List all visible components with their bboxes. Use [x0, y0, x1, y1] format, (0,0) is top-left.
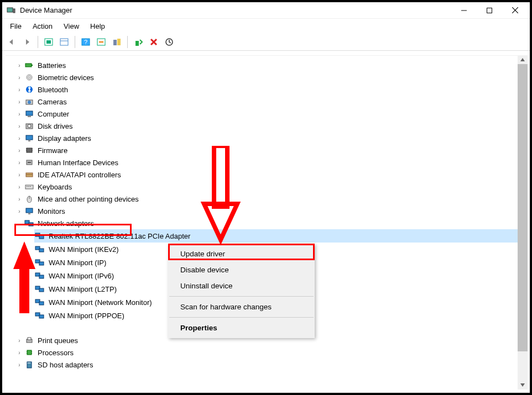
update-driver-button[interactable] — [131, 35, 145, 49]
svg-rect-68 — [27, 353, 27, 354]
monitor-icon — [24, 206, 34, 216]
tree-node-firmware[interactable]: ›Firmware — [15, 144, 526, 156]
expander-icon[interactable]: › — [15, 135, 23, 141]
tree-node-label: Human Interface Devices — [38, 159, 118, 167]
disk-icon — [24, 121, 34, 131]
help-button[interactable]: ? — [79, 35, 93, 49]
minimize-button[interactable] — [451, 2, 477, 19]
expander-icon[interactable]: › — [15, 362, 23, 368]
tree-node-disk-drives[interactable]: ›Disk drives — [15, 120, 526, 132]
close-button[interactable] — [502, 2, 528, 19]
tree-child-label: WAN Miniport (PPPOE) — [49, 312, 124, 320]
context-menu-item-scan-for-hardware-changes[interactable]: Scan for hardware changes — [168, 299, 315, 315]
expander-icon[interactable]: › — [15, 160, 23, 166]
titlebar: Device Manager — [2, 2, 530, 19]
context-menu: Update driverDisable deviceUninstall dev… — [168, 244, 315, 338]
svg-rect-59 — [39, 288, 44, 292]
tree-node-network-adapters[interactable]: ⌄Network adapters — [15, 217, 526, 229]
svg-rect-47 — [28, 213, 30, 214]
svg-rect-29 — [26, 135, 33, 140]
svg-rect-7 — [46, 40, 51, 44]
svg-rect-73 — [29, 362, 29, 364]
scroll-down-icon[interactable] — [518, 381, 528, 389]
tree-node-human-interface-devices[interactable]: ›Human Interface Devices — [15, 156, 526, 168]
tree-child-node[interactable]: Realtek RTL8822BE 802.11ac PCIe Adapter — [34, 229, 526, 243]
legacy-button[interactable] — [109, 35, 124, 49]
tree-child-label: WAN Miniport (IPv6) — [49, 272, 114, 280]
expander-icon[interactable]: ⌄ — [15, 220, 23, 227]
svg-rect-41 — [27, 186, 28, 187]
forward-button[interactable] — [20, 35, 34, 49]
expander-icon[interactable]: › — [15, 208, 23, 214]
keyboard-icon — [24, 182, 34, 192]
tree-node-display-adapters[interactable]: ›Display adapters — [15, 132, 526, 144]
expander-icon[interactable]: › — [15, 111, 23, 117]
svg-rect-69 — [32, 351, 32, 352]
tree-node-bluetooth[interactable]: ›Bluetooth — [15, 83, 526, 96]
tree-node-keyboards[interactable]: ›Keyboards — [15, 181, 526, 193]
menu-view[interactable]: View — [58, 20, 85, 32]
nic-icon — [34, 310, 45, 320]
tree-child-label: WAN Miniport (IP) — [49, 259, 106, 267]
vertical-scrollbar[interactable] — [518, 55, 528, 389]
expander-icon[interactable]: › — [15, 87, 23, 93]
scroll-up-icon[interactable] — [518, 55, 528, 64]
tree-child-label: WAN Miniport (IKEv2) — [49, 245, 119, 254]
computer-icon — [24, 109, 34, 119]
properties-button[interactable] — [57, 35, 71, 49]
svg-rect-14 — [117, 39, 121, 45]
tree-node-label: Monitors — [38, 207, 65, 215]
tree-node-processors[interactable]: ›Processors — [15, 346, 526, 359]
svg-rect-35 — [32, 150, 33, 151]
tree-node-ide-ata-atapi-controllers[interactable]: ›IDE ATA/ATAPI controllers — [15, 168, 526, 181]
expander-icon[interactable]: › — [15, 123, 23, 129]
expander-icon[interactable]: › — [15, 62, 23, 69]
context-menu-item-update-driver[interactable]: Update driver — [168, 246, 315, 262]
svg-rect-63 — [39, 315, 44, 318]
scan-hardware-button[interactable] — [162, 35, 176, 49]
context-menu-item-disable-device[interactable]: Disable device — [168, 262, 315, 278]
mouse-icon — [24, 194, 34, 204]
tree-node-monitors[interactable]: ›Monitors — [15, 205, 526, 217]
tree-node-mice-and-other-pointing-devices[interactable]: ›Mice and other pointing devices — [15, 193, 526, 205]
back-button[interactable] — [4, 35, 19, 49]
scan-button[interactable] — [94, 35, 108, 49]
show-hidden-button[interactable] — [41, 35, 56, 49]
tree-node-computer[interactable]: ›Computer — [15, 108, 526, 120]
tree-node-cameras[interactable]: ›Cameras — [15, 96, 526, 108]
svg-rect-8 — [60, 39, 68, 45]
svg-rect-72 — [28, 362, 28, 364]
tree-node-label: Network adapters — [38, 219, 94, 228]
tree-node-label: Processors — [38, 349, 74, 357]
tree-node-sd-host-adapters[interactable]: ›SD host adapters — [15, 359, 526, 371]
expander-icon[interactable]: › — [15, 148, 23, 154]
svg-rect-53 — [39, 249, 44, 252]
expander-icon[interactable]: › — [15, 196, 23, 202]
svg-rect-15 — [135, 41, 139, 46]
context-menu-separator — [169, 317, 314, 318]
maximize-button[interactable] — [477, 2, 502, 19]
svg-rect-40 — [25, 185, 33, 189]
menu-file[interactable]: File — [4, 20, 27, 32]
expander-icon[interactable]: › — [15, 99, 23, 105]
svg-rect-43 — [30, 186, 31, 187]
scroll-thumb[interactable] — [518, 64, 528, 351]
menu-help[interactable]: Help — [85, 20, 111, 32]
expander-icon[interactable]: › — [15, 75, 23, 81]
svg-rect-26 — [28, 116, 31, 117]
menu-action[interactable]: Action — [27, 20, 58, 32]
context-menu-item-uninstall-device[interactable]: Uninstall device — [168, 278, 315, 294]
tree-node-batteries[interactable]: ›Batteries — [15, 59, 526, 71]
svg-rect-3 — [487, 8, 492, 13]
display-icon — [24, 133, 34, 143]
uninstall-button[interactable] — [147, 35, 161, 49]
expander-icon[interactable]: › — [15, 184, 23, 190]
battery-icon — [24, 60, 34, 70]
tree-node-biometric-devices[interactable]: ›Biometric devices — [15, 71, 526, 83]
expander-icon[interactable]: › — [15, 172, 23, 178]
nic-icon — [34, 284, 45, 294]
svg-text:?: ? — [84, 39, 87, 45]
expander-icon[interactable]: › — [15, 350, 23, 356]
context-menu-item-properties[interactable]: Properties — [168, 320, 315, 336]
expander-icon[interactable]: › — [15, 338, 23, 344]
